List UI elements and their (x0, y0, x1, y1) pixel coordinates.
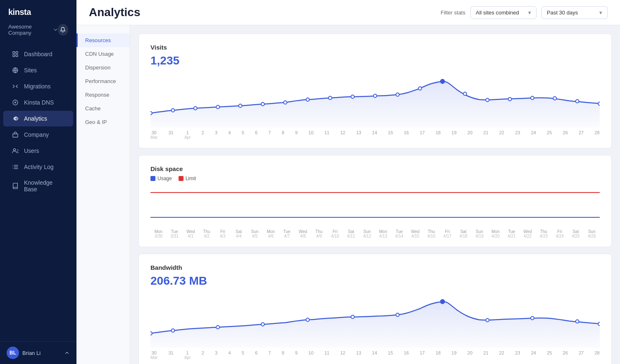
sub-nav-performance[interactable]: Performance (76, 74, 130, 88)
sidebar-bottom: BL Brian Li (0, 341, 76, 364)
svg-point-8 (13, 149, 15, 151)
sidebar-item-kinsta-dns[interactable]: Kinsta DNS (3, 95, 73, 110)
sub-nav-cdn-usage[interactable]: CDN Usage (76, 47, 130, 61)
sidebar-item-migrations[interactable]: Migrations (3, 79, 73, 94)
svg-point-26 (531, 96, 534, 100)
svg-point-22 (441, 79, 445, 83)
bandwidth-value: 206.73 MB (150, 274, 600, 288)
user-name: Brian Li (22, 350, 41, 356)
chevron-up-icon (64, 350, 70, 356)
svg-point-25 (508, 98, 512, 101)
svg-point-20 (396, 93, 399, 96)
sub-nav-resources[interactable]: Resources (76, 33, 130, 47)
disk-title: Disk space (150, 165, 600, 172)
svg-point-28 (576, 100, 579, 103)
users-icon (12, 147, 19, 155)
disk-legend: Usage Limit (150, 176, 600, 181)
sidebar-item-company[interactable]: Company (3, 127, 73, 143)
svg-point-36 (306, 318, 309, 321)
svg-point-6 (14, 118, 16, 119)
user-avatar: BL (7, 347, 19, 359)
visits-title: Visits (150, 44, 600, 51)
globe-icon (12, 67, 19, 74)
list-icon (12, 163, 19, 171)
page-title: Analytics (89, 6, 141, 19)
bell-icon (60, 27, 66, 33)
svg-point-42 (576, 320, 579, 323)
header: Analytics Filter stats All sites combine… (76, 0, 620, 25)
svg-point-14 (261, 102, 265, 106)
svg-point-41 (531, 316, 534, 320)
limit-color-dot (179, 176, 184, 181)
grid-icon (12, 50, 19, 58)
svg-rect-2 (13, 55, 15, 57)
sub-nav-cache[interactable]: Cache (76, 102, 130, 115)
svg-point-15 (284, 101, 287, 104)
sub-nav-response[interactable]: Response (76, 88, 130, 102)
main-area: Analytics Filter stats All sites combine… (76, 0, 620, 364)
sidebar-item-users[interactable]: Users (3, 143, 73, 159)
sidebar-item-analytics[interactable]: Analytics (3, 111, 73, 126)
notification-bell[interactable] (58, 24, 68, 36)
svg-point-27 (553, 97, 556, 100)
migrations-icon (12, 83, 19, 90)
bandwidth-chart-svg (150, 294, 600, 348)
svg-point-23 (463, 92, 467, 95)
sidebar-item-knowledge-base[interactable]: Knowledge Base (3, 175, 73, 197)
svg-point-21 (418, 87, 422, 90)
visits-card: Visits 1,235 (138, 33, 612, 148)
svg-point-38 (396, 313, 399, 316)
sidebar-item-sites[interactable]: Sites (3, 62, 73, 78)
header-right: Filter stats All sites combined ▾ Past 3… (441, 6, 608, 19)
company-name: Awesome Company (8, 24, 58, 36)
sub-nav: Resources CDN Usage Dispersion Performan… (76, 25, 130, 364)
visits-value: 1,235 (150, 54, 600, 67)
svg-point-35 (261, 323, 265, 326)
svg-point-24 (486, 98, 489, 102)
svg-rect-7 (13, 134, 18, 137)
svg-point-32 (150, 332, 152, 335)
main-nav: Dashboard Sites Migrations Kinsta DNS An… (0, 43, 76, 341)
time-filter-select[interactable]: Past 30 days ▾ (541, 6, 608, 19)
svg-point-11 (194, 107, 197, 110)
chevron-down-icon (53, 27, 58, 32)
sub-nav-dispersion[interactable]: Dispersion (76, 61, 130, 74)
svg-point-10 (171, 109, 174, 112)
book-icon (12, 182, 19, 190)
svg-point-17 (329, 96, 332, 100)
dns-icon (12, 99, 19, 106)
charts-area: Visits 1,235 (130, 25, 620, 364)
sidebar: kinsta Awesome Company Dashboard Sites (0, 0, 76, 364)
kinsta-logo: kinsta (8, 7, 31, 17)
svg-point-34 (216, 326, 219, 329)
user-info[interactable]: BL Brian Li (7, 347, 41, 359)
svg-point-33 (171, 329, 174, 332)
filter-label: Filter stats (441, 10, 465, 16)
svg-rect-1 (16, 52, 18, 54)
bandwidth-card: Bandwidth 206.73 MB (138, 254, 612, 364)
bandwidth-chart-container (150, 294, 600, 348)
svg-point-39 (441, 300, 445, 304)
analytics-icon (12, 115, 19, 122)
site-filter-chevron: ▾ (528, 10, 531, 16)
logo-area: kinsta (0, 0, 76, 22)
legend-usage: Usage (150, 176, 172, 181)
disk-space-card: Disk space Usage Limit (138, 155, 612, 247)
usage-color-dot (150, 176, 155, 181)
disk-chart-svg (150, 186, 600, 228)
svg-point-43 (598, 322, 600, 326)
site-filter-select[interactable]: All sites combined ▾ (470, 6, 537, 19)
sidebar-item-activity-log[interactable]: Activity Log (3, 159, 73, 175)
svg-point-16 (306, 98, 309, 101)
svg-rect-0 (13, 52, 15, 54)
svg-rect-3 (16, 55, 18, 57)
svg-point-9 (150, 112, 152, 115)
sidebar-item-dashboard[interactable]: Dashboard (3, 46, 73, 62)
visits-chart-svg (150, 74, 600, 128)
company-row[interactable]: Awesome Company (0, 22, 76, 43)
svg-point-37 (351, 315, 354, 319)
content-area: Resources CDN Usage Dispersion Performan… (76, 25, 620, 364)
svg-point-18 (351, 95, 354, 98)
sub-nav-geo-ip[interactable]: Geo & IP (76, 115, 130, 129)
svg-point-12 (216, 105, 219, 109)
